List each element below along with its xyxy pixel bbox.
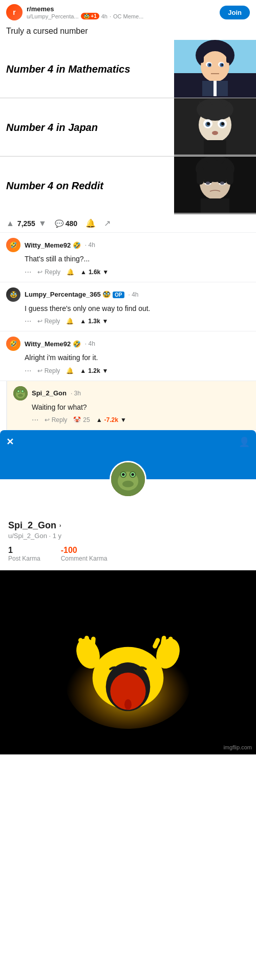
downvote-sm-3[interactable]: ▼ — [102, 367, 109, 374]
post-header-left: r r/memes u/Lumpy_Percenta... 🥸 +1 4h · … — [6, 4, 143, 20]
upvote-sm-3[interactable]: ▲ — [80, 367, 86, 374]
comment-3-award[interactable]: 🔔 — [66, 367, 74, 374]
meme-image: Number 4 in Mathematics — [0, 40, 256, 214]
comment-karma-label: Comment Karma — [61, 555, 108, 562]
comment-4: Spi_2_Gon · 3h Waiting for what? ··· ↩ R… — [6, 381, 256, 431]
comment-1-dots[interactable]: ··· — [25, 268, 31, 277]
svg-point-45 — [220, 182, 224, 185]
comment-2-karma: ▲ 1.3k ▼ — [80, 318, 108, 325]
svg-point-60 — [122, 473, 125, 476]
comment-3-reply[interactable]: ↩ Reply — [37, 367, 60, 374]
comment-1-reply[interactable]: ↩ Reply — [37, 269, 60, 276]
meme-text-2: Number 4 in Japan — [6, 121, 98, 134]
post-author-line: u/Lumpy_Percenta... 🥸 +1 4h · OC Meme... — [27, 13, 143, 19]
comment-4-user[interactable]: Spi_2_Gon — [32, 389, 67, 397]
upvote-sm-2[interactable]: ▲ — [80, 318, 86, 325]
svg-rect-35 — [197, 167, 204, 185]
frog-avatar — [13, 386, 28, 400]
comment-4-dots[interactable]: ··· — [32, 415, 38, 425]
meme-row-1: Number 4 in Mathematics — [0, 40, 256, 98]
profile-username[interactable]: Spi_2_Gon › — [8, 520, 248, 531]
comment-4-header: Spi_2_Gon · 3h — [13, 386, 250, 400]
comment-1-award[interactable]: 🔔 — [67, 269, 74, 276]
comment-2-avatar[interactable]: 🥸 — [6, 287, 20, 302]
comment-2-reply[interactable]: ↩ Reply — [37, 318, 60, 325]
comment-1-user[interactable]: Witty_Meme92 🤣 — [25, 241, 81, 249]
post-flair: OC Meme... — [113, 13, 143, 19]
comment-2-body: I guess there's only one way to find out… — [25, 304, 250, 314]
anime-face-svg-1 — [174, 40, 256, 96]
svg-rect-31 — [204, 140, 226, 154]
profile-chevron: › — [59, 523, 61, 528]
comment-2-award[interactable]: 🔔 — [66, 318, 74, 325]
svg-point-28 — [207, 122, 210, 125]
comment-icon: 💬 — [55, 219, 63, 228]
downvote-sm-2[interactable]: ▼ — [102, 318, 109, 325]
post-karma-value: 1 — [8, 546, 40, 555]
svg-point-4 — [201, 51, 229, 82]
anime-face-svg-2 — [174, 98, 256, 154]
comment-1: 🤣 Witty_Meme92 🤣 · 4h That's still a thi… — [0, 233, 256, 282]
subreddit-avatar[interactable]: r — [6, 4, 23, 20]
meme-text-3: Number 4 on Reddit — [6, 179, 103, 192]
comment-1-time: · 4h — [85, 241, 95, 249]
svg-rect-46 — [201, 198, 229, 213]
svg-point-19 — [197, 98, 233, 121]
comment-1-karma: ▲ 1.6k ▼ — [80, 269, 109, 276]
svg-point-29 — [221, 122, 224, 125]
comment-4-actions: ··· ↩ Reply 🤡 25 ▲ -7.2k ▼ — [32, 415, 250, 425]
comment-2-dots[interactable]: ··· — [25, 317, 31, 326]
comments-area: 🤣 Witty_Meme92 🤣 · 4h That's still a thi… — [0, 233, 256, 430]
join-button[interactable]: Join — [220, 6, 250, 19]
post-karma-label: Post Karma — [8, 555, 40, 562]
post-time: 4h — [101, 13, 108, 19]
save-icon[interactable]: 🔔 — [86, 218, 96, 228]
profile-user-icon[interactable]: 👤 — [239, 436, 250, 448]
post-title: Truly a cursed number — [0, 25, 256, 40]
downvote-sm-4[interactable]: ▼ — [120, 416, 126, 424]
svg-point-44 — [206, 182, 210, 185]
meme-text-col-3: Number 4 on Reddit — [0, 157, 174, 214]
upvote-sm-4[interactable]: ▲ — [96, 416, 102, 424]
svg-rect-13 — [214, 81, 217, 96]
post-author[interactable]: u/Lumpy_Percenta... — [27, 13, 79, 19]
upvote-sm-1[interactable]: ▲ — [80, 269, 87, 276]
svg-point-9 — [209, 64, 211, 66]
screaming-emoji-image: imgflip.com — [0, 570, 256, 754]
meme-row-2: Number 4 in Japan — [0, 98, 256, 157]
comment-2-time: · 4h — [129, 291, 139, 298]
meme-text-col-1: Number 4 in Mathematics — [0, 40, 174, 98]
post-actions: ▲ 7,255 ▼ 💬 480 🔔 ↗ — [0, 214, 256, 233]
comment-3-dots[interactable]: ··· — [25, 366, 31, 375]
comment-4-reply[interactable]: ↩ Reply — [45, 416, 67, 424]
imgflip-watermark: imgflip.com — [223, 744, 252, 750]
comment-3-avatar[interactable]: 🤣 — [6, 337, 20, 351]
subreddit-name[interactable]: r/memes — [27, 5, 143, 13]
downvote-icon[interactable]: ▼ — [38, 219, 47, 228]
share-icon[interactable]: ↗ — [104, 218, 111, 228]
comment-3-header: 🤣 Witty_Meme92 🤣 · 4h — [6, 337, 250, 351]
profile-avatar-wrapper — [0, 479, 256, 498]
comment-3-time: · 4h — [85, 340, 95, 347]
comment-karma-block: -100 Comment Karma — [61, 546, 108, 562]
downvote-sm-1[interactable]: ▼ — [102, 269, 109, 276]
profile-stats: 1 Post Karma -100 Comment Karma — [8, 546, 248, 562]
profile-popup-header: ✕ 👤 — [0, 430, 256, 454]
comment-2-user[interactable]: Lumpy_Percentage_365 🥸 OP — [25, 291, 124, 298]
comment-1-avatar[interactable]: 🤣 — [6, 238, 20, 252]
svg-point-30 — [212, 131, 218, 135]
comment-4-time: · 3h — [71, 390, 81, 397]
comment-section[interactable]: 💬 480 — [55, 219, 77, 228]
meme-text-col-2: Number 4 in Japan — [0, 98, 174, 156]
anime-face-svg-3 — [174, 157, 256, 213]
comment-3-actions: ··· ↩ Reply 🔔 ▲ 1.2k ▼ — [25, 366, 250, 375]
vote-section: ▲ 7,255 ▼ — [6, 219, 47, 228]
reply-label-1: Reply — [45, 269, 60, 276]
profile-popup-close[interactable]: ✕ — [6, 436, 14, 448]
upvote-icon[interactable]: ▲ — [6, 219, 14, 228]
post-meta: r/memes u/Lumpy_Percenta... 🥸 +1 4h · OC… — [27, 5, 143, 19]
comment-3-user[interactable]: Witty_Meme92 🤣 — [25, 340, 81, 348]
comment-4-avatar[interactable] — [13, 386, 28, 400]
comment-count: 480 — [66, 219, 77, 228]
anime-image-2 — [174, 98, 256, 156]
